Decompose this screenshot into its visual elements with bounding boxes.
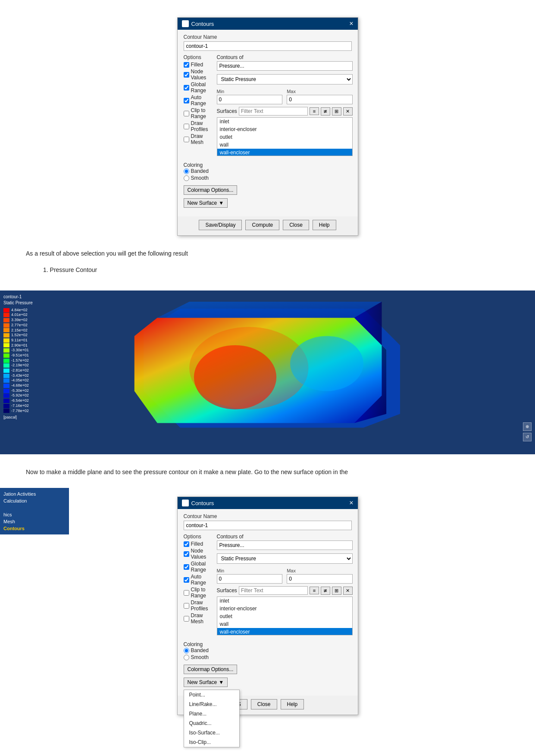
- d2-cb-draw-profiles[interactable]: [184, 603, 189, 609]
- d2-max-input[interactable]: [287, 574, 353, 584]
- dialog2-close-button[interactable]: ×: [349, 500, 353, 506]
- dialog1-wrapper: Contours × Contour Name Options Filled: [0, 0, 535, 244]
- contour-name-input[interactable]: [184, 41, 352, 51]
- d2-deselect-btn[interactable]: ≢: [321, 587, 330, 595]
- d2-cb-global-range[interactable]: [184, 564, 189, 570]
- filter-btn[interactable]: ⊞: [332, 107, 341, 116]
- taskbar-jation[interactable]: Jation Activities: [3, 490, 66, 497]
- legend-val-4: 2.15e+02: [11, 328, 28, 333]
- cb-draw-profiles-input[interactable]: [184, 124, 189, 129]
- menu-point[interactable]: Point...: [184, 690, 239, 700]
- cb-node-values-input[interactable]: [184, 72, 189, 78]
- dialog1-titlebar: Contours ×: [178, 18, 358, 30]
- cb-filled-input[interactable]: [184, 62, 189, 68]
- d2-min-label: Min: [217, 568, 283, 573]
- d2-clear-btn[interactable]: ✕: [343, 587, 353, 595]
- d2-colormap-row: Colormap Options...: [184, 665, 352, 674]
- surface-inlet[interactable]: inlet: [217, 118, 352, 125]
- cb-clip-to-range-input[interactable]: [184, 111, 189, 116]
- d2-cb-node-values[interactable]: [184, 551, 189, 557]
- legend-entry-16: -5.30e+02: [3, 388, 33, 394]
- min-input[interactable]: [217, 95, 283, 104]
- menu-quadric[interactable]: Quadric...: [184, 719, 239, 728]
- legend-color-5: [3, 333, 9, 337]
- d2-new-surface-btn[interactable]: New Surface ▼: [184, 678, 228, 687]
- d2-surface-wall[interactable]: wall: [217, 620, 352, 628]
- filter-input[interactable]: [239, 107, 308, 116]
- legend-val-8: -3.30e+01: [11, 348, 29, 353]
- select-all-btn[interactable]: ≡: [310, 107, 319, 115]
- d2-filter-btn[interactable]: ⊞: [332, 587, 341, 595]
- d2-surface-outlet[interactable]: outlet: [217, 612, 352, 620]
- d2-filter-input[interactable]: [239, 586, 308, 595]
- pressure-dropdown[interactable]: Pressure...: [217, 61, 353, 71]
- d2-close-btn[interactable]: Close: [251, 699, 277, 709]
- compute-btn[interactable]: Compute: [245, 220, 279, 230]
- save-display-btn[interactable]: Save/Display: [199, 220, 242, 230]
- d2-pressure-dropdown-wrapper: Pressure...: [217, 540, 353, 552]
- menu-iso-surface[interactable]: Iso-Surface...: [184, 728, 239, 737]
- dialog1-title: Contours: [191, 21, 214, 27]
- radio-smooth[interactable]: [184, 175, 189, 181]
- surface-wall-encloser[interactable]: wall-encloser: [217, 149, 352, 156]
- menu-iso-clip[interactable]: Iso-Clip...: [184, 737, 239, 747]
- dialog1-close-button[interactable]: ×: [349, 20, 353, 27]
- colormap-options-btn[interactable]: Colormap Options...: [184, 185, 238, 195]
- legend-color-19: [3, 404, 9, 408]
- taskbar-calculation[interactable]: Calculation: [3, 497, 66, 504]
- menu-plane[interactable]: Plane...: [184, 709, 239, 719]
- dialog2-contour-name-input[interactable]: [184, 521, 352, 530]
- surface-interior-encloser[interactable]: interior-encloser: [217, 125, 352, 133]
- static-pressure-dropdown[interactable]: Static Pressure: [217, 74, 353, 84]
- cb-draw-mesh-input[interactable]: [184, 137, 189, 142]
- surface-wall[interactable]: wall: [217, 141, 352, 149]
- surface-outlet[interactable]: outlet: [217, 133, 352, 141]
- cb-auto-range-input[interactable]: [184, 98, 189, 103]
- d2-min-input[interactable]: [217, 574, 283, 584]
- ctrl-btn-1[interactable]: ⊕: [523, 422, 532, 431]
- dialog1-body: Contour Name Options Filled Node Values: [178, 30, 358, 216]
- d2-cb-draw-mesh[interactable]: [184, 616, 189, 622]
- page-content-2: Now to make a middle plane and to see th…: [0, 463, 535, 488]
- d2-surface-wall-encloser[interactable]: wall-encloser: [217, 628, 352, 635]
- cb-filled-label: Filled: [191, 62, 203, 68]
- options-row: Options Filled Node Values Global Range: [184, 54, 352, 159]
- legend-title-line2: Static Pressure: [3, 300, 33, 306]
- radio-banded-label: Banded: [191, 168, 209, 174]
- d2-surfaces-list: inlet interior-encloser outlet wall wall…: [217, 597, 353, 635]
- d2-cb-filled[interactable]: [184, 541, 189, 547]
- dialog2-wrapper: Jation Activities Calculation hics Mesh …: [0, 488, 535, 719]
- menu-line-rake[interactable]: Line/Rake...: [184, 700, 239, 709]
- deselect-btn[interactable]: ≢: [321, 107, 330, 116]
- legend-val-9: -9.51e+01: [11, 353, 29, 358]
- legend-color-9: [3, 353, 9, 358]
- d2-static-pressure-dropdown[interactable]: Static Pressure: [217, 553, 353, 564]
- legend-entry-18: -6.54e+02: [3, 398, 33, 403]
- new-surface-btn[interactable]: New Surface ▼: [184, 198, 228, 208]
- clear-filter-btn[interactable]: ✕: [343, 107, 353, 116]
- legend-entry-2: 3.39e+02: [3, 318, 33, 323]
- d2-surface-inlet[interactable]: inlet: [217, 597, 352, 605]
- radio-banded[interactable]: [184, 169, 189, 174]
- help-btn[interactable]: Help: [313, 220, 336, 230]
- taskbar-mesh[interactable]: Mesh: [3, 518, 66, 525]
- ctrl-btn-2[interactable]: ↺: [523, 433, 532, 441]
- d2-surface-interior-encloser[interactable]: interior-encloser: [217, 605, 352, 612]
- d2-cb-clip[interactable]: [184, 590, 189, 596]
- d2-pressure-dropdown[interactable]: Pressure...: [217, 540, 353, 550]
- d2-surfaces-label: Surfaces: [217, 587, 237, 594]
- taskbar-hics[interactable]: hics: [3, 511, 66, 518]
- d2-colormap-btn[interactable]: Colormap Options...: [184, 665, 238, 674]
- d2-radio-banded[interactable]: [184, 648, 189, 653]
- close-btn[interactable]: Close: [283, 220, 309, 230]
- max-input[interactable]: [287, 95, 353, 104]
- d2-cb-auto-range[interactable]: [184, 577, 189, 583]
- d2-new-surface-row: New Surface ▼ Point... Line/Rake... Plan…: [184, 678, 352, 687]
- taskbar-contours[interactable]: Contours: [3, 525, 66, 532]
- d2-radio-smooth[interactable]: [184, 655, 189, 660]
- cb-global-range-input[interactable]: [184, 85, 189, 91]
- contours-dialog-1: Contours × Contour Name Options Filled: [177, 17, 358, 236]
- d2-select-all-btn[interactable]: ≡: [310, 587, 319, 594]
- min-col: Min: [217, 89, 283, 104]
- d2-help-btn[interactable]: Help: [281, 699, 304, 709]
